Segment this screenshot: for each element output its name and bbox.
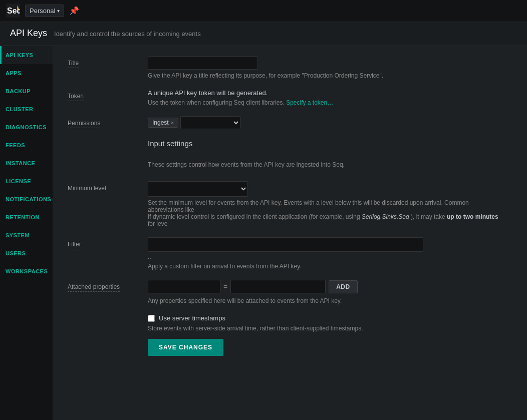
attached-add-button[interactable]: ADD <box>329 280 358 293</box>
sidebar-item-api-keys[interactable]: API KEYS <box>0 46 53 64</box>
token-specify-link[interactable]: Specify a token… <box>286 99 333 106</box>
badge-remove-icon[interactable]: × <box>171 120 174 126</box>
min-level-row: Minimum level Verbose Debug Information … <box>68 181 512 227</box>
sidebar-item-instance[interactable]: INSTANCE <box>0 154 53 172</box>
title-input[interactable] <box>148 56 258 70</box>
min-level-help: Set the minimum level for events from th… <box>148 199 498 227</box>
sidebar-item-feeds[interactable]: FEEDS <box>0 136 53 154</box>
chevron-down-icon: ▾ <box>57 8 60 14</box>
server-timestamps-row: Use server timestamps Store events with … <box>68 314 512 356</box>
section-divider <box>148 152 512 152</box>
server-timestamps-help: Store events with server-side arrival ti… <box>148 325 512 332</box>
permissions-label-col: Permissions <box>68 116 148 128</box>
page-header: API Keys Identify and control the source… <box>0 21 527 46</box>
title-control-col: Give the API key a title reflecting its … <box>148 56 512 79</box>
token-label: Token <box>68 93 84 101</box>
permissions-control-col: Ingest × Ingest Read Write Setup <box>148 116 512 129</box>
sidebar-item-system[interactable]: SYSTEM <box>0 226 53 244</box>
min-level-help3: ), it may take <box>411 213 445 220</box>
server-timestamps-checkbox-row: Use server timestamps <box>148 314 512 322</box>
token-control-col: A unique API key token will be generated… <box>148 89 512 106</box>
min-level-help4: for leve <box>148 220 167 227</box>
token-generated-text: A unique API key token will be generated… <box>148 89 512 97</box>
logo: Seq <box>6 4 20 18</box>
filter-row: Filter ... Apply a custom filter on arri… <box>68 237 512 270</box>
badge-label: Ingest <box>152 119 169 126</box>
min-level-label: Minimum level <box>68 185 106 193</box>
title-help: Give the API key a title reflecting its … <box>148 72 512 79</box>
main-layout: API KEYSAPPSBACKUPCLUSTERDIAGNOSTICSFEED… <box>0 46 527 420</box>
title-label-col: Title <box>68 56 148 68</box>
page-subtitle: Identify and control the sources of inco… <box>54 30 201 38</box>
filter-label-col: Filter <box>68 237 148 249</box>
seq-logo-icon: Seq <box>6 4 20 18</box>
attached-key-input[interactable] <box>148 280 220 293</box>
min-level-help2: If dynamic level control is configured i… <box>148 213 360 220</box>
sidebar-item-backup[interactable]: BACKUP <box>0 82 53 100</box>
content-area: Title Give the API key a title reflectin… <box>53 46 527 420</box>
permissions-container: Ingest × Ingest Read Write Setup <box>148 116 512 129</box>
sidebar-item-notifications[interactable]: NOTIFICATIONS <box>0 190 53 208</box>
attached-control-col: = ADD Any properties specified here will… <box>148 280 512 304</box>
token-help: Use the token when configuring Seq clien… <box>148 99 512 106</box>
server-timestamps-checkbox[interactable] <box>148 315 155 322</box>
sidebar-item-workspaces[interactable]: WORKSPACES <box>0 262 53 280</box>
permissions-label: Permissions <box>68 120 100 128</box>
equals-sign: = <box>223 283 227 291</box>
title-row: Title Give the API key a title reflectin… <box>68 56 512 79</box>
input-settings-desc: These settings control how events from t… <box>148 161 512 168</box>
attached-help: Any properties specified here will be at… <box>148 297 512 304</box>
filter-hint: ... <box>148 253 512 260</box>
min-level-bold: up to two minutes <box>447 213 498 220</box>
permissions-select[interactable]: Ingest Read Write Setup <box>180 116 240 129</box>
sidebar-item-cluster[interactable]: CLUSTER <box>0 100 53 118</box>
filter-help: Apply a custom filter on arrival to even… <box>148 263 512 270</box>
page-title: API Keys <box>10 28 47 39</box>
min-level-italic: Serilog.Sinks.Seq <box>362 213 409 220</box>
min-level-help1: Set the minimum level for events from th… <box>148 199 469 213</box>
attached-row: Attached properties = ADD Any properties… <box>68 280 512 304</box>
filter-input[interactable] <box>148 237 423 252</box>
sidebar-item-diagnostics[interactable]: DIAGNOSTICS <box>0 118 53 136</box>
permissions-badge-ingest: Ingest × <box>148 118 178 128</box>
sidebar-item-users[interactable]: USERS <box>0 244 53 262</box>
min-level-select[interactable]: Verbose Debug Information Warning Error … <box>148 181 248 197</box>
workspace-selector[interactable]: Personal ▾ <box>25 5 64 17</box>
sidebar-item-apps[interactable]: APPS <box>0 64 53 82</box>
sidebar: API KEYSAPPSBACKUPCLUSTERDIAGNOSTICSFEED… <box>0 46 53 420</box>
server-timestamps-label[interactable]: Use server timestamps <box>159 314 225 322</box>
attached-label-col: Attached properties <box>68 280 148 292</box>
min-level-control-col: Verbose Debug Information Warning Error … <box>148 181 512 227</box>
input-settings-heading: Input settings <box>148 139 512 148</box>
filter-control-col: ... Apply a custom filter on arrival to … <box>148 237 512 270</box>
token-row: Token A unique API key token will be gen… <box>68 89 512 106</box>
topbar: Seq Personal ▾ 📌 <box>0 0 527 21</box>
filter-label: Filter <box>68 241 81 249</box>
attached-props-input-row: = ADD <box>148 280 512 293</box>
token-help-text: Use the token when configuring Seq clien… <box>148 99 285 106</box>
sidebar-item-license[interactable]: LICENSE <box>0 172 53 190</box>
token-label-col: Token <box>68 89 148 101</box>
save-button[interactable]: SAVE CHANGES <box>148 339 223 356</box>
title-label: Title <box>68 60 79 68</box>
input-settings-section: Input settings These settings control ho… <box>68 139 512 177</box>
workspace-label: Personal <box>30 7 55 15</box>
sidebar-item-retention[interactable]: RETENTION <box>0 208 53 226</box>
permissions-row: Permissions Ingest × Ingest Read Write S… <box>68 116 512 129</box>
pin-icon[interactable]: 📌 <box>69 6 79 16</box>
min-level-label-col: Minimum level <box>68 181 148 193</box>
attached-label: Attached properties <box>68 283 120 292</box>
attached-val-input[interactable] <box>230 280 326 293</box>
